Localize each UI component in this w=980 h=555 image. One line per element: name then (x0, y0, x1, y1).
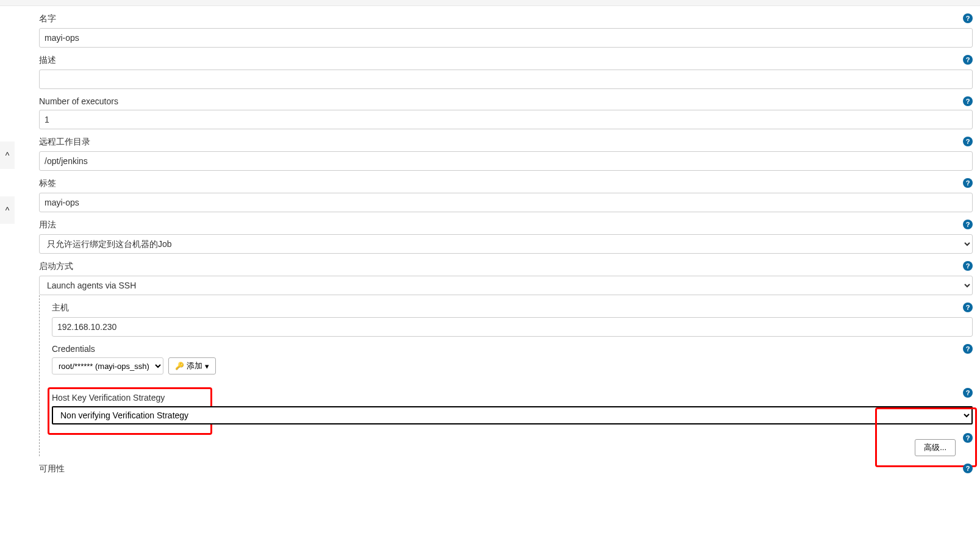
advanced-button[interactable]: 高级... (915, 439, 956, 456)
form-container: ^ ^ 名字 ? 描述 ? Number of executors ? 远程工作… (0, 6, 980, 482)
caret-down-icon: ▾ (205, 362, 209, 371)
input-description[interactable] (39, 70, 973, 89)
label-executors: Number of executors (39, 96, 973, 106)
input-host[interactable] (52, 317, 973, 337)
row-tags: 标签 ? (15, 171, 973, 212)
help-icon[interactable]: ? (963, 13, 973, 23)
label-remote-dir: 远程工作目录 (39, 137, 973, 148)
row-description: 描述 ? (15, 48, 973, 89)
help-icon[interactable]: ? (963, 96, 973, 106)
row-name: 名字 ? (15, 6, 973, 48)
row-executors: Number of executors ? (15, 89, 973, 129)
row-remote-dir: 远程工作目录 ? (15, 129, 973, 171)
main-form: 名字 ? 描述 ? Number of executors ? 远程工作目录 ?… (15, 6, 980, 482)
label-host: 主机 (52, 303, 973, 313)
input-executors[interactable] (39, 110, 973, 129)
collapse-chevron-1[interactable]: ^ (0, 141, 15, 169)
select-credentials[interactable]: root/****** (mayi-ops_ssh) (52, 357, 163, 374)
help-icon[interactable]: ? (963, 220, 973, 229)
help-icon[interactable]: ? (963, 303, 973, 312)
row-usage: 用法 ? 只允许运行绑定到这台机器的Job (15, 212, 973, 254)
top-bar (0, 0, 980, 6)
key-icon: 🔑 (175, 362, 184, 370)
help-icon[interactable]: ? (963, 261, 973, 271)
help-icon[interactable]: ? (963, 55, 973, 65)
row-advanced: ? 高级... (52, 432, 973, 456)
left-stub: ^ ^ (0, 6, 15, 482)
add-credentials-button[interactable]: 🔑 添加 ▾ (168, 357, 216, 374)
label-credentials: Credentials (52, 344, 973, 354)
row-availability: 可用性 ? (15, 456, 973, 482)
add-label: 添加 (187, 360, 202, 371)
label-name: 名字 (39, 13, 973, 24)
collapse-chevron-2[interactable]: ^ (0, 196, 15, 224)
select-hkv[interactable]: Non verifying Verification Strategy (52, 406, 973, 424)
select-usage[interactable]: 只允许运行绑定到这台机器的Job (39, 234, 973, 254)
help-icon[interactable]: ? (963, 137, 973, 146)
row-hkv: ? Host Key Verification Strategy Non ver… (52, 385, 973, 424)
help-icon[interactable]: ? (963, 433, 973, 443)
label-launch: 启动方式 (39, 261, 973, 272)
label-usage: 用法 (39, 220, 973, 231)
help-icon[interactable]: ? (963, 464, 973, 473)
label-tags: 标签 (39, 178, 973, 189)
launch-ssh-nested: 主机 ? Credentials ? root/****** (mayi-ops… (39, 295, 973, 456)
help-icon[interactable]: ? (963, 344, 973, 354)
help-icon[interactable]: ? (963, 178, 973, 188)
input-remote-dir[interactable] (39, 151, 973, 171)
label-description: 描述 (39, 55, 973, 66)
label-hkv: Host Key Verification Strategy (52, 393, 973, 403)
row-launch: 启动方式 ? Launch agents via SSH (15, 254, 973, 295)
row-host: 主机 ? (52, 295, 973, 337)
input-tags[interactable] (39, 193, 973, 212)
label-availability: 可用性 (39, 464, 973, 474)
select-launch[interactable]: Launch agents via SSH (39, 276, 973, 295)
input-name[interactable] (39, 28, 973, 48)
row-credentials: Credentials ? root/****** (mayi-ops_ssh)… (52, 337, 973, 374)
